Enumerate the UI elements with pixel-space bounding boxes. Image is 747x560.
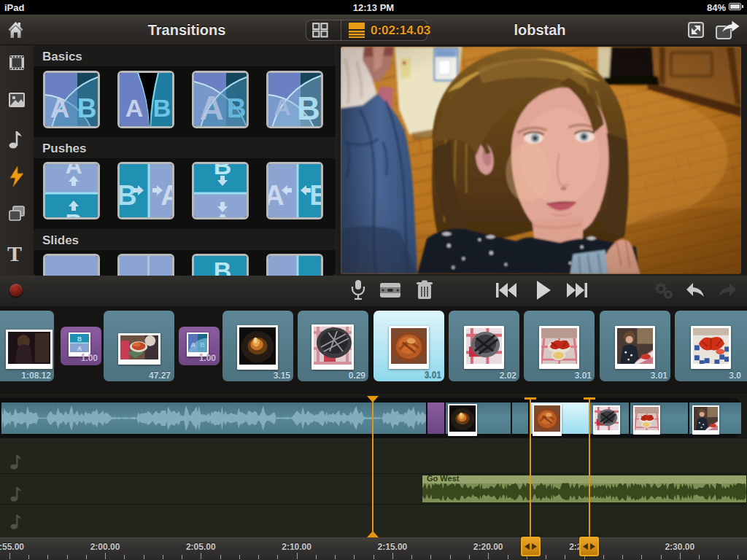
svg-text:A: A <box>268 180 285 211</box>
svg-text:A: A <box>125 94 144 122</box>
svg-text:A: A <box>274 94 290 120</box>
svg-text:B: B <box>309 180 323 211</box>
svg-text:A: A <box>50 93 70 123</box>
svg-text:B: B <box>297 90 320 126</box>
svg-text:A: A <box>190 341 196 349</box>
svg-text:A: A <box>199 89 223 127</box>
svg-text:A: A <box>77 345 82 352</box>
svg-text:B: B <box>200 341 205 349</box>
svg-text:B: B <box>227 93 247 123</box>
svg-text:A: A <box>160 180 174 211</box>
svg-text:B: B <box>77 93 97 123</box>
svg-text:A: A <box>214 209 232 219</box>
svg-text:B: B <box>214 257 232 276</box>
svg-text:B: B <box>77 335 82 342</box>
svg-text:B: B <box>153 94 171 122</box>
svg-text:B: B <box>120 180 137 211</box>
svg-text:B: B <box>65 209 82 219</box>
